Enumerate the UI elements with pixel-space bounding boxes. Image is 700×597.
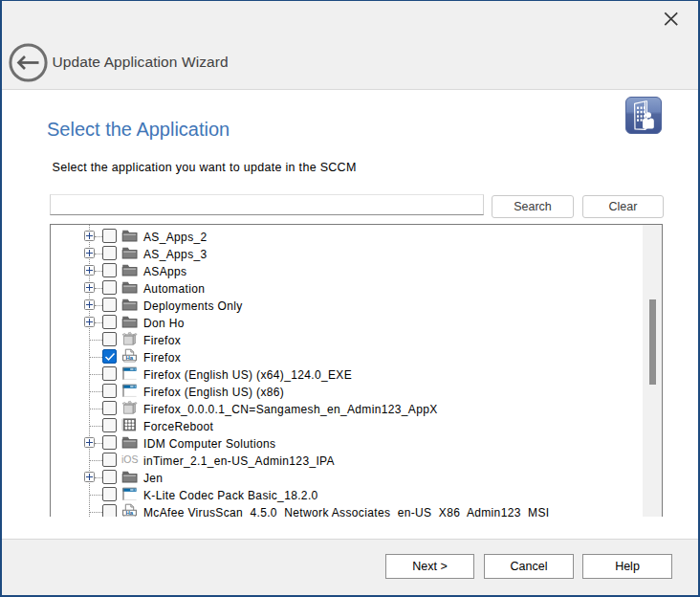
svg-text:Ha: Ha (126, 510, 134, 516)
svg-text:iOS: iOS (121, 453, 139, 465)
svg-text:Ha: Ha (126, 355, 134, 361)
